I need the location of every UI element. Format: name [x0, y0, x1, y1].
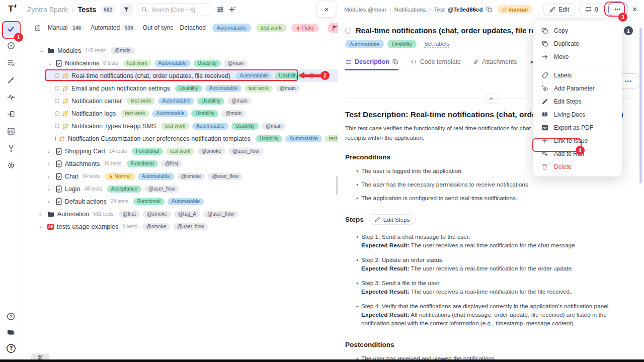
tab-detached[interactable]: Detached [180, 24, 205, 31]
step-expected: Expected Result: The user receives a rea… [361, 241, 636, 250]
caret-right-icon[interactable]: › [48, 148, 53, 154]
caret-down-icon[interactable]: ⌄ [39, 47, 44, 54]
menu-item[interactable]: Copy [533, 24, 622, 37]
doc-icon [56, 198, 62, 205]
tree-row-label: Notification logs [71, 110, 116, 117]
avatar[interactable] [624, 26, 633, 35]
filter-pill[interactable]: Automatable [212, 24, 251, 32]
test-status-icon [55, 124, 59, 128]
breadcrumb-notifications[interactable]: Notifications [394, 7, 426, 13]
collapse-button[interactable] [485, 94, 498, 104]
projects-button[interactable] [4, 325, 19, 340]
set-labels-link[interactable]: Set labels [424, 41, 450, 48]
tree-row[interactable]: › Login 48 tests Acceptance @user_flow [22, 183, 338, 195]
menu-item-label: Duplicate [554, 40, 579, 47]
tree-row[interactable]: Email and push notification settings Usa… [22, 82, 338, 95]
add-test-ai-button[interactable] [228, 6, 236, 14]
comments-button[interactable]: 0 [579, 3, 604, 16]
menu-item[interactable]: Add Parameter [533, 82, 622, 95]
sidebar-item-steps[interactable] [4, 72, 19, 87]
tree-row-badges: Usability Automatable test work @main [256, 135, 338, 142]
menu-item[interactable]: Move [533, 50, 622, 63]
help-button[interactable]: ? [4, 309, 19, 324]
search-box[interactable] [137, 3, 212, 16]
copy-id-icon[interactable] [486, 6, 493, 13]
menu-item[interactable]: PDF Export as PDF [533, 121, 622, 134]
bulk-edit-icon[interactable] [34, 24, 41, 32]
copy-icon[interactable] [392, 59, 398, 65]
spark-icon [62, 85, 68, 92]
annotation-box-2 [45, 69, 298, 81]
tab-description[interactable]: Description [345, 58, 398, 70]
step-text: Step 2: Update an order status. [361, 256, 636, 264]
tree-row[interactable]: Notification Types In-app SMS test work … [22, 120, 338, 132]
filter-button[interactable] [120, 3, 133, 16]
trash-icon [541, 163, 548, 170]
tab-manual[interactable]: Manual146 [48, 24, 84, 31]
tree-row[interactable]: › AB tests-usage-examples 6 tests @smoke… [22, 220, 338, 233]
tag-badge: test work [161, 123, 189, 130]
tree-row[interactable]: Notification center test work Automatabl… [22, 95, 338, 107]
account-logo-button[interactable]: T [4, 341, 19, 356]
tag-badge: @first [119, 211, 140, 218]
tree-row[interactable]: › Chat 34 tests Normal Automatable [22, 170, 338, 183]
tab-attachments[interactable]: Attachments [473, 58, 517, 70]
menu-item-label: Add Parameter [554, 85, 595, 92]
tree-row[interactable]: ⌄ Notifications 6 tests test work Auto [22, 57, 338, 69]
menu-item-label: Move [554, 53, 569, 60]
tree-row-label: Attachments [65, 160, 100, 167]
edit-steps-button[interactable]: Edit Steps [369, 214, 416, 225]
caret-right-icon[interactable]: › [48, 161, 53, 167]
adjustments-button[interactable] [216, 6, 224, 14]
breadcrumb-project[interactable]: Zyntra Spark [27, 6, 67, 14]
filter-pill[interactable]: test work [256, 24, 286, 32]
caret-right-icon[interactable]: › [48, 199, 53, 205]
tree-row[interactable]: Notification Customization user preferen… [22, 132, 338, 145]
caret-right-icon[interactable]: › [39, 211, 44, 217]
copy-icon [541, 27, 548, 34]
tree-row[interactable]: › Automation 531 tests @first @smoke [22, 208, 338, 220]
book-icon [541, 111, 548, 118]
sidebar-item-activity[interactable] [4, 89, 19, 105]
edit-button[interactable]: Edit [543, 3, 575, 16]
test-status-icon[interactable] [345, 28, 351, 34]
menu-item[interactable]: Living Docs [533, 108, 622, 121]
tag-badge: Usability [256, 135, 283, 142]
label-pill: Automatable [345, 40, 384, 48]
search-input[interactable] [150, 6, 208, 13]
caret-right-icon[interactable]: › [48, 173, 53, 179]
caret-right-icon[interactable]: › [39, 224, 44, 230]
sidebar-item-branches[interactable] [4, 141, 19, 156]
close-panel-button[interactable]: × [317, 1, 336, 17]
tree-row[interactable]: ⌄ Modules 145 tests @main [22, 44, 338, 57]
filter-pill[interactable]: Flaky [291, 24, 319, 32]
tree-row[interactable]: › Default actions 24 tests Functional Au… [22, 195, 338, 208]
tree-row[interactable]: › Shopping Cart 14 tests Functional test… [22, 145, 338, 157]
menu-item[interactable]: Duplicate [533, 37, 622, 50]
app-logo[interactable]: T [8, 4, 13, 14]
sidebar-item-import[interactable] [4, 107, 19, 122]
menu-item[interactable]: Delete [533, 160, 622, 173]
sidebar-item-settings[interactable] [4, 158, 19, 173]
tag-badge: Automatable [158, 98, 194, 105]
search-icon [141, 7, 147, 13]
caret-down-icon[interactable]: ⌄ [48, 60, 53, 66]
detail-scrollbar[interactable] [639, 28, 642, 184]
tab-automated[interactable]: Automated536 [91, 24, 136, 31]
flag-pill[interactable] [328, 23, 338, 33]
tab-out-of-sync[interactable]: Out of sync [143, 24, 174, 31]
menu-item-label: Copy [554, 27, 568, 34]
tab-code-template[interactable]: Code template [411, 58, 461, 70]
menu-item[interactable]: Labels [533, 69, 622, 82]
tag-icon [541, 72, 548, 79]
caret-right-icon[interactable]: › [48, 186, 53, 192]
sidebar-item-analytics[interactable] [4, 124, 19, 139]
tree-row-badges: Usability Automatable test work @main [175, 85, 300, 92]
tree-row[interactable]: › Attachments 19 tests Functional @first [22, 157, 338, 170]
sidebar-item-plans[interactable] [4, 55, 19, 70]
tree-row[interactable]: Notification logs test work Automatable … [22, 107, 338, 120]
close-detail-button[interactable]: × [631, 5, 638, 14]
breadcrumb-modules[interactable]: Modules @main [344, 7, 386, 13]
precondition-item: The user has the necessary permissions t… [345, 181, 637, 189]
menu-item[interactable]: Edit Steps [533, 95, 622, 108]
